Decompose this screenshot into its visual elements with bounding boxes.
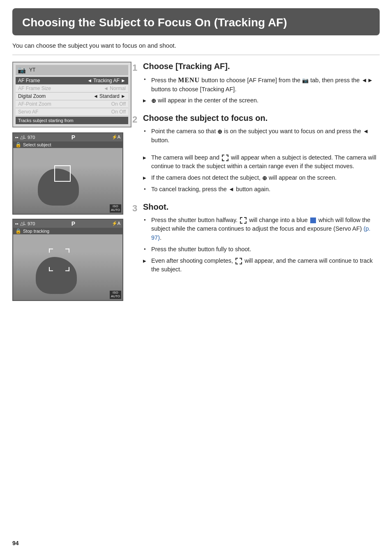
tc-tl	[222, 155, 224, 157]
viewfinder-status-bar-2: 🔒 Stop tracking	[13, 228, 122, 234]
menu-footer: Tracks subject starting from	[16, 117, 128, 124]
step-number-2: 2	[132, 114, 137, 125]
iso-badge-1: ISOAUTO	[110, 204, 121, 213]
tc-tr	[226, 155, 228, 157]
viewfinder-left-icons-2: ▪▪ △L 970	[15, 221, 35, 226]
tc-br	[226, 159, 228, 161]
step-2: 2 Choose the subject to focus on. Point …	[141, 113, 380, 145]
battery-icon-2: ▪▪	[15, 221, 18, 226]
tc2-tr	[244, 217, 247, 220]
shot-counter-2: 970	[28, 221, 35, 226]
menu-label-digital-zoom: Digital Zoom	[18, 93, 46, 99]
tracking-corner-tr	[65, 248, 69, 252]
tracking-icon-inline-2	[240, 217, 247, 224]
step-2-bullet-1: Point the camera so that ⊕ is on the sub…	[143, 127, 380, 145]
crosshair-inline-icon: ⊕	[151, 97, 156, 105]
menu-value-digital-zoom: ◄ Standard ►	[93, 93, 126, 99]
tracking-corner-br	[65, 267, 69, 271]
menu-value-af-frame: ◄ Tracking AF ►	[87, 78, 126, 83]
menu-value-servo-af: On Off	[111, 109, 126, 115]
mode-indicator-2: P	[71, 220, 75, 227]
viewfinder-select-subject: ▪▪ △L 970 P ⚡A 🔒 Select subject ISOAUTO	[12, 132, 123, 215]
shot-counter: 970	[28, 135, 35, 140]
step-body-1: Press the MENU button to choose [AF Fram…	[141, 75, 380, 106]
tracking-icon-inline	[222, 155, 228, 161]
step-3: 3 Shoot. Press the shutter button halfwa…	[141, 202, 380, 275]
viewfinder-top-bar: ▪▪ △L 970 P ⚡A	[13, 133, 122, 141]
camera-inline-icon: 📷	[302, 76, 309, 85]
tc2-bl	[240, 221, 242, 224]
menu-label-af-frame-size: AF Frame Size	[18, 86, 51, 91]
step-1-bullet-1: Press the MENU button to choose [AF Fram…	[143, 75, 380, 94]
menu-row-digital-zoom: Digital Zoom ◄ Standard ►	[16, 93, 128, 100]
menu-value-af-point-zoom: On Off	[111, 101, 126, 107]
iso-badge-2: ISOAUTO	[110, 291, 121, 299]
menu-label: MENU	[178, 76, 200, 83]
viewfinder-left-icons: ▪▪ △L 970	[15, 134, 35, 140]
flash-icon-2: ⚡A	[112, 221, 120, 226]
tracking-frame	[49, 248, 69, 271]
step-3-bullet-1: Press the shutter button halfway. will c…	[143, 216, 380, 243]
tc3-tr	[240, 258, 242, 260]
menu-label-af-point-zoom: AF-Point Zoom	[18, 101, 51, 107]
step-title-3: Shoot.	[141, 202, 380, 212]
step-1-bullets: Press the MENU button to choose [AF Fram…	[143, 75, 380, 106]
lock-icon: 🔒	[15, 142, 21, 148]
crosshair-inline-2: ⊕	[217, 127, 222, 136]
tc2-br	[244, 221, 247, 224]
menu-row-af-frame: AF Frame ◄ Tracking AF ►	[16, 77, 128, 85]
step-1: 1 Choose [Tracking AF]. Press the MENU b…	[141, 62, 380, 106]
step-title-1: Choose [Tracking AF].	[141, 62, 380, 71]
tc3-tl	[235, 258, 238, 260]
step-2b-bullet-3: To cancel tracking, press the ◄ button a…	[143, 185, 380, 194]
right-icons-2: ⚡A	[112, 221, 120, 226]
step-3-bullet-2: Press the shutter button fully to shoot.	[143, 245, 380, 254]
step-3-bullet-3: Even after shooting completes, will appe…	[143, 257, 380, 275]
page-title: Choosing the Subject to Focus On (Tracki…	[22, 16, 370, 30]
menu-row-servo-af: Servo AF On Off	[16, 108, 128, 116]
right-icons: ⚡A	[112, 134, 120, 140]
mode-indicator: P	[71, 134, 75, 141]
step-2-bullets: Point the camera so that ⊕ is on the sub…	[143, 127, 380, 145]
crosshair-inline-3: ⊕	[262, 174, 267, 183]
viewfinder-status-bar-1: 🔒 Select subject	[13, 141, 122, 148]
page-reference-link: (p. 97)	[151, 225, 371, 241]
lock-icon-2: 🔒	[15, 228, 21, 234]
tc3-bl	[235, 262, 238, 264]
menu-row-af-point-zoom: AF-Point Zoom On Off	[16, 100, 128, 108]
step-body-2b: The camera will beep and will appear whe…	[141, 153, 380, 194]
step-2b-bullet-2: If the camera does not detect the subjec…	[143, 174, 380, 183]
step-1-bullet-2: ⊕ will appear in the center of the scree…	[143, 96, 380, 105]
step-number-3: 3	[132, 203, 137, 214]
main-layout: 📷 YT AF Frame ◄ Tracking AF ► AF Frame S…	[12, 62, 380, 305]
focus-crosshair	[54, 165, 71, 182]
header-box: Choosing the Subject to Focus On (Tracki…	[12, 8, 380, 35]
menu-yt-tab: YT	[29, 67, 35, 73]
tc3-br	[240, 262, 242, 264]
tc-bl	[222, 159, 224, 161]
tracking-corner-bl	[49, 267, 53, 271]
menu-row-af-frame-size: AF Frame Size ◄ Normal	[16, 85, 128, 93]
viewfinder-top-bar-2: ▪▪ △L 970 P ⚡A	[13, 220, 122, 228]
signal-icon: △L	[20, 134, 26, 140]
blue-square-icon	[310, 217, 316, 223]
divider	[12, 55, 380, 55]
camera-menu-screenshot: 📷 YT AF Frame ◄ Tracking AF ► AF Frame S…	[12, 62, 131, 127]
status-label-2: Stop tracking	[23, 229, 49, 234]
left-col: 📷 YT AF Frame ◄ Tracking AF ► AF Frame S…	[12, 62, 131, 305]
tracking-icon-inline-3	[235, 258, 242, 264]
camera-tab-icon: 📷	[18, 66, 26, 74]
menu-top-bar: 📷 YT	[16, 65, 128, 75]
battery-icon: ▪▪	[15, 135, 18, 140]
menu-value-af-frame-size: ◄ Normal	[104, 86, 126, 91]
step-2b-bullet-1: The camera will beep and will appear whe…	[143, 153, 380, 171]
intro-text: You can choose the subject you want to f…	[12, 42, 380, 49]
right-col: 1 Choose [Tracking AF]. Press the MENU b…	[141, 62, 380, 283]
step-body-3: Press the shutter button halfway. will c…	[141, 216, 380, 275]
status-label-1: Select subject	[23, 142, 51, 147]
step-3-bullets: Press the shutter button halfway. will c…	[143, 216, 380, 275]
page: Choosing the Subject to Focus On (Tracki…	[0, 0, 392, 553]
step-number-1: 1	[132, 62, 137, 73]
menu-label-servo-af: Servo AF	[18, 109, 38, 115]
tc2-tl	[240, 217, 242, 220]
